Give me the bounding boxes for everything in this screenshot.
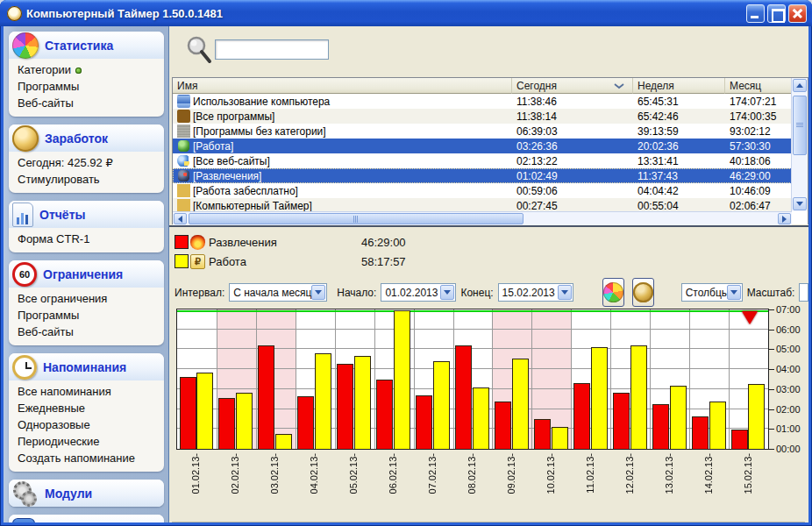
- bar-work[interactable]: [473, 387, 489, 449]
- categories-chart-button[interactable]: [602, 278, 624, 307]
- sidebar-item[interactable]: Стимулировать: [18, 171, 159, 188]
- chart-scrollbar[interactable]: [172, 522, 805, 522]
- sidebar-item[interactable]: Все ограничения: [18, 290, 159, 307]
- bar-work[interactable]: [196, 373, 213, 449]
- bar-entertainment[interactable]: [297, 396, 314, 449]
- bar-work[interactable]: [591, 347, 608, 449]
- end-date-select[interactable]: 15.02.2013: [498, 283, 573, 302]
- sidebar-item[interactable]: Форма CTR-1: [18, 231, 159, 247]
- bar-work[interactable]: [709, 402, 726, 450]
- chevron-down-icon[interactable]: [440, 285, 454, 300]
- table-row[interactable]: [Работа забесплатно]00:59:0604:04:4210:4…: [173, 183, 792, 198]
- titlebar[interactable]: Компьютерный Таймер 1.50.0.1481: [0, 0, 812, 26]
- column-header-today[interactable]: Сегодня: [512, 78, 633, 94]
- table-row[interactable]: [Развлечения]01:02:4911:37:4346:29:00: [173, 168, 792, 183]
- sidebar-section-header-limits[interactable]: 60Ограничения: [9, 260, 164, 288]
- bar-entertainment[interactable]: [376, 380, 393, 450]
- sidebar-section-header-modules[interactable]: Модули: [9, 480, 164, 507]
- bar-work[interactable]: [236, 393, 253, 449]
- sidebar-item[interactable]: Веб-сайты: [18, 323, 159, 340]
- bar-entertainment[interactable]: [495, 402, 511, 450]
- column-header-month[interactable]: Месяц: [725, 78, 792, 94]
- x-axis-label: 08.02.13-: [467, 453, 477, 494]
- sidebar-item[interactable]: Сегодня: 425.92 ₽: [18, 154, 159, 171]
- minimize-button[interactable]: [746, 4, 765, 23]
- sidebar-item[interactable]: Периодические: [18, 433, 159, 450]
- bar-work[interactable]: [354, 356, 371, 449]
- sidebar-section-header-reports[interactable]: Отчёты: [9, 201, 164, 228]
- row-name: [Все программы]: [193, 110, 274, 123]
- table-row[interactable]: [Все программы]11:38:1465:42:46174:00:35: [173, 109, 792, 124]
- y-axis-tick: [769, 389, 774, 390]
- close-button[interactable]: [788, 4, 807, 23]
- table-vertical-scrollbar[interactable]: [791, 78, 808, 211]
- table-row[interactable]: [Работа]03:26:3620:02:3657:30:30: [173, 139, 792, 153]
- bar-work[interactable]: [552, 427, 568, 449]
- chevron-down-icon[interactable]: [558, 285, 572, 300]
- sidebar-item[interactable]: Одноразовые: [18, 416, 159, 433]
- bar-work[interactable]: [748, 384, 765, 449]
- earnings-chart-button[interactable]: [632, 278, 654, 307]
- bar-entertainment[interactable]: [534, 419, 551, 449]
- bar-work[interactable]: [433, 361, 450, 449]
- sidebar-item[interactable]: Веб-сайты: [18, 95, 159, 111]
- bar-entertainment[interactable]: [573, 383, 590, 449]
- legend-item[interactable]: ₽Работа58:17:57: [169, 252, 808, 271]
- column-header-week[interactable]: Неделя: [633, 78, 725, 94]
- scale-input[interactable]: [799, 283, 808, 302]
- vertical-scroll-thumb[interactable]: [793, 96, 807, 155]
- scroll-right-button[interactable]: [778, 213, 791, 224]
- legend-item[interactable]: Развлечения46:29:00: [169, 232, 808, 252]
- sidebar-section-header-reminders[interactable]: Напоминания: [9, 353, 164, 380]
- bar-entertainment[interactable]: [652, 404, 669, 449]
- bar-entertainment[interactable]: [180, 377, 196, 449]
- bar-entertainment[interactable]: [692, 416, 709, 449]
- horizontal-scroll-thumb[interactable]: [189, 213, 524, 224]
- bar-work[interactable]: [512, 359, 529, 449]
- bar-work[interactable]: [315, 353, 331, 449]
- bar-work[interactable]: [670, 386, 687, 449]
- sidebar-item[interactable]: Ежедневные: [18, 400, 159, 416]
- table-row[interactable]: [Программы без категории]06:39:0339:13:5…: [173, 124, 792, 139]
- sidebar-section-header-statistics[interactable]: Статистика: [9, 32, 164, 59]
- sidebar-section-header-earnings[interactable]: Заработок: [9, 124, 164, 152]
- bar-work[interactable]: [630, 345, 647, 449]
- chevron-down-icon[interactable]: [311, 285, 325, 300]
- table-row[interactable]: [Компьютерный Таймер]00:27:4500:55:0402:…: [173, 198, 792, 211]
- sidebar-item[interactable]: Категории: [18, 61, 159, 78]
- bar-work[interactable]: [394, 310, 410, 449]
- bar-work[interactable]: [275, 434, 292, 449]
- bar-entertainment[interactable]: [337, 364, 353, 449]
- sidebar-item[interactable]: Программы: [18, 307, 159, 323]
- cell-week: 39:13:59: [633, 124, 725, 139]
- section-title: Ограничения: [43, 267, 123, 281]
- scroll-down-button[interactable]: [793, 197, 807, 210]
- sidebar-item[interactable]: Программы: [18, 78, 159, 95]
- table-horizontal-scrollbar[interactable]: [173, 211, 792, 225]
- bar-entertainment[interactable]: [218, 398, 235, 449]
- chevron-down-icon[interactable]: [727, 285, 741, 300]
- gridline-vertical: [729, 309, 730, 449]
- bar-entertainment[interactable]: [258, 345, 274, 449]
- bar-entertainment[interactable]: [613, 393, 630, 449]
- y-axis-label: 06:00: [776, 324, 801, 335]
- sidebar-section-header-feedback[interactable]: Обратная связь: [9, 515, 164, 522]
- bar-entertainment[interactable]: [455, 345, 472, 449]
- bar-entertainment[interactable]: [416, 395, 432, 449]
- sidebar-item[interactable]: Все напоминания: [18, 383, 159, 400]
- scroll-up-button[interactable]: [793, 79, 807, 92]
- section-items: КатегорииПрограммыВеб-сайты: [9, 59, 164, 117]
- table-row[interactable]: [Все веб-сайты]02:13:2213:31:4140:18:06: [173, 153, 792, 168]
- chart-type-select[interactable]: Столбцы: [681, 283, 743, 302]
- sidebar-item[interactable]: Создать напоминание: [18, 450, 159, 466]
- ruble-doc-icon: ₽: [190, 254, 205, 269]
- start-date-select[interactable]: 01.02.2013: [381, 283, 456, 302]
- table-row[interactable]: Использование компьютера11:38:4665:45:31…: [173, 94, 792, 109]
- scroll-left-button[interactable]: [174, 213, 187, 224]
- maximize-button[interactable]: [767, 4, 786, 23]
- interval-select[interactable]: С начала месяца: [229, 283, 327, 302]
- coin-icon: [12, 125, 39, 152]
- column-header-name[interactable]: Имя: [173, 78, 512, 94]
- search-input[interactable]: [215, 39, 329, 60]
- bar-entertainment[interactable]: [731, 430, 748, 449]
